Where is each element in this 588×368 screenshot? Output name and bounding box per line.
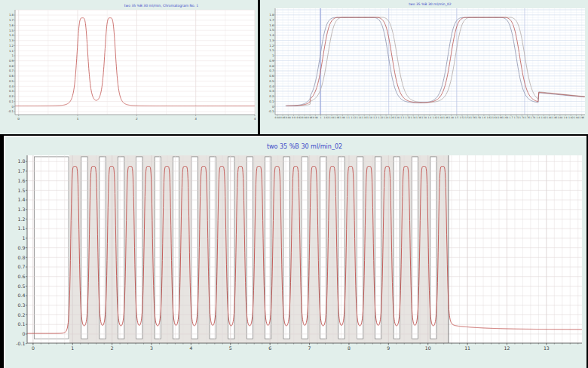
x-tick-label: 1.86 [552,116,557,119]
x-tick-label: 3 [194,117,197,121]
y-tick-label: 0.7 [18,264,26,269]
y-tick-label: 1.8 [269,13,274,17]
y-tick-label: 1.6 [18,178,26,183]
y-tick-label: 1.2 [269,44,274,48]
y-tick-label: 0.7 [269,69,274,72]
y-tick-label: 0.3 [18,302,26,308]
y-tick-label: 0.6 [18,274,26,279]
y-tick-label: 1.3 [18,207,26,212]
y-tick-label: 1.8 [9,13,14,17]
y-tick-label: 1.1 [269,48,274,52]
y-tick-label: 1 [22,235,25,241]
y-tick-label: 1.8 [18,158,26,164]
x-tick-label: 7 [308,345,311,351]
y-tick-label: 1 [12,54,14,57]
x-tick-label: 0.94 [302,116,308,119]
x-tick-label: 1.64 [492,116,498,119]
x-tick-label: 1.4 [427,116,431,119]
y-tick-label: 0.9 [269,59,274,63]
x-tick-label: 1.38 [421,116,427,119]
x-tick-label: 1.06 [335,116,340,119]
x-tick-label: 1.26 [389,116,394,119]
y-tick-label: 0.4 [269,84,274,88]
x-tick-label: 11 [464,345,470,351]
y-tick-label: 1.1 [18,225,26,231]
y-tick-label: -0.1 [16,341,25,346]
x-tick-label: 1.3 [400,116,404,119]
x-tick-label: 1.32 [406,116,411,119]
x-tick-label: 1.8 [537,116,541,119]
y-tick-label: 1.7 [269,18,274,22]
x-tick-label: 0 [32,345,35,351]
y-tick-label: 0.2 [18,312,26,317]
x-tick-label: 1.18 [367,116,372,119]
y-tick-label: 0.6 [269,74,274,78]
x-tick-label: 1.82 [541,116,547,119]
y-tick-label: 1.5 [9,29,14,32]
x-tick-label: 1.68 [503,116,508,119]
y-tick-label: 0.4 [9,84,14,88]
y-tick-label: 0.3 [269,89,274,93]
y-tick-label: 0 [272,105,274,109]
x-tick-label: 1.7 [510,116,513,119]
x-tick-label: 12 [504,345,510,351]
y-tick-label: 0.1 [269,100,274,103]
y-tick-label: 1.3 [9,38,14,42]
y-tick-label: 0 [22,331,25,336]
y-tick-label: 0.7 [9,69,14,72]
x-tick-label: 1.6 [482,116,485,119]
x-tick-label: 1.14 [357,116,362,119]
x-tick-label: 0.88 [286,116,291,119]
x-tick-label: 4 [189,345,192,351]
y-tick-label: 1.5 [18,188,26,193]
x-tick-label: 0.86 [280,116,286,119]
x-tick-label: 1.44 [438,116,443,119]
x-tick-label: 1.9 [564,116,568,119]
full-run-chart-canvas: 0123456789101112131.81.71.61.51.41.31.21… [5,137,586,368]
x-tick-label: 1.94 [574,116,579,119]
x-tick-label: 1 [320,116,322,119]
y-tick-label: 0.1 [18,321,26,327]
y-tick-label: 0.3 [9,89,14,93]
x-tick-label: 1.96 [579,116,584,119]
x-tick-label: 10 [425,345,431,351]
y-tick-label: 0.4 [18,293,26,298]
y-tick-label: 0.5 [18,284,26,289]
x-tick-label: 2 [136,117,138,121]
x-tick-label: 1.36 [416,116,421,119]
x-tick-label: 1.08 [340,116,345,119]
y-tick-label: 1.7 [18,168,26,173]
y-tick-label: 1.5 [269,28,274,32]
x-tick-label: 1 [77,117,79,121]
x-tick-label: 1.76 [525,116,530,119]
y-tick-label: 1.2 [18,216,26,222]
y-tick-label: 0.8 [18,255,26,260]
panel-cycle-overlay: 0.840.860.880.90.920.940.960.9811.021.04… [260,0,588,134]
y-tick-label: 1.6 [9,23,14,27]
x-tick-label: 4 [254,117,256,121]
y-tick-label: -0.1 [268,109,274,113]
x-tick-label: 0.98 [313,116,318,119]
y-tick-label: 1.4 [9,33,14,37]
x-tick-label: 1.24 [384,116,389,119]
plot-area [15,10,255,115]
y-tick-label: 1.4 [18,197,26,202]
x-tick-label: 1.28 [394,116,400,119]
y-tick-label: 0.6 [9,74,14,78]
x-tick-label: 6 [268,345,271,351]
x-tick-label: 1.58 [476,116,481,119]
y-tick-label: 0 [12,105,14,109]
x-tick-label: 3 [150,345,153,351]
x-tick-label: 1.56 [470,116,476,119]
y-tick-label: 0.9 [9,59,14,63]
x-tick-label: 1.22 [378,116,384,119]
x-tick-label: 1.72 [514,116,519,119]
x-tick-label: 1.42 [433,116,438,119]
x-tick-label: 1.16 [362,116,367,119]
chart-title: two 35 %B 30 ml/min, Chromatogram No. 1 [48,5,274,8]
x-tick-label: 1.2 [373,116,377,119]
y-tick-label: 1.6 [269,23,274,27]
panel-chromatogram-single-cycle: 012341.81.71.61.51.41.31.21.110.90.80.70… [0,0,258,134]
y-tick-label: 0.2 [9,94,14,98]
y-tick-label: 0.8 [269,64,274,68]
